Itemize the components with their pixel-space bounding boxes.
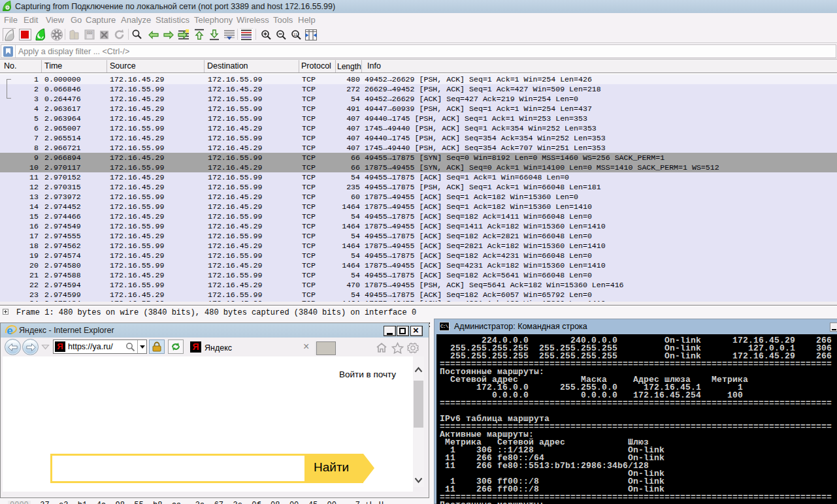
- svg-text:010: 010: [87, 31, 93, 35]
- svg-text:11: 11: [293, 33, 298, 37]
